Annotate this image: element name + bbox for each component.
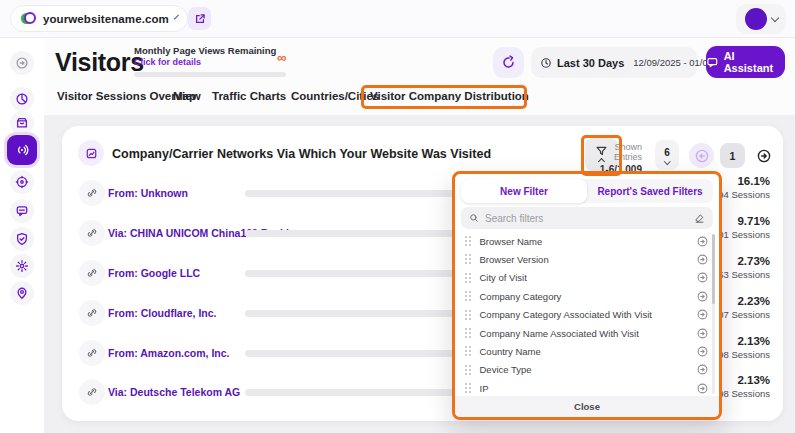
- network-label[interactable]: From: Google LLC: [108, 267, 200, 279]
- drag-handle-icon[interactable]: [465, 254, 472, 265]
- page-title: Visitors: [55, 48, 144, 77]
- drag-handle-icon[interactable]: [465, 328, 472, 339]
- filter-item-company-name-associated[interactable]: Company Name Associated With Visit: [455, 324, 719, 342]
- tab-map[interactable]: Map: [173, 90, 196, 102]
- date-range-picker[interactable]: Last 30 Days 12/09/2025 - 01/07/2026: [531, 47, 697, 78]
- search-input[interactable]: [485, 213, 688, 224]
- link-icon: [79, 379, 105, 405]
- open-site-button[interactable]: [188, 7, 211, 30]
- link-icon: [79, 220, 105, 246]
- ai-assistant-button[interactable]: AI Assistant: [706, 46, 785, 78]
- apply-filter-arrow-icon[interactable]: [696, 235, 709, 248]
- ai-assistant-label: AI Assistant: [724, 50, 785, 74]
- current-page[interactable]: 1: [720, 143, 745, 168]
- arrow-left-circle-icon: [694, 148, 710, 164]
- site-selector[interactable]: yourwebsitename.com: [10, 5, 188, 32]
- chat-icon: [706, 56, 719, 69]
- avatar: [745, 8, 767, 30]
- network-label[interactable]: From: Cloudflare, Inc.: [108, 307, 217, 319]
- filter-item-country-name[interactable]: Country Name: [455, 342, 719, 360]
- filter-item-browser-name[interactable]: Browser Name: [455, 232, 719, 250]
- apply-filter-arrow-icon[interactable]: [696, 345, 709, 358]
- feedback-chat-icon[interactable]: [10, 199, 34, 223]
- heatmap-target-icon[interactable]: [10, 170, 34, 194]
- filter-item-company-category[interactable]: Company Category: [455, 287, 719, 305]
- close-button[interactable]: Close: [455, 396, 719, 417]
- tab-visitor-company-distribution[interactable]: Visitor Company Distribution: [370, 90, 529, 102]
- drag-handle-icon[interactable]: [465, 310, 472, 321]
- drag-handle-icon[interactable]: [465, 291, 472, 302]
- apply-filter-arrow-icon[interactable]: [696, 253, 709, 266]
- report-icon: [78, 140, 104, 166]
- filter-search[interactable]: [461, 207, 713, 229]
- drag-handle-icon[interactable]: [465, 273, 472, 284]
- clear-filters-eraser-icon[interactable]: [694, 213, 705, 224]
- page-size-select[interactable]: 6: [655, 140, 679, 170]
- security-shield-icon[interactable]: [10, 227, 34, 251]
- clock-icon: [540, 57, 552, 69]
- collapse-panel-icon[interactable]: [10, 51, 34, 75]
- chevron-down-icon: [664, 158, 670, 164]
- arrow-right-circle-icon: [756, 148, 772, 164]
- external-link-icon: [194, 13, 206, 25]
- tab-new-filter[interactable]: New Filter: [461, 179, 587, 203]
- tab-countries-cities[interactable]: Countries/Cities: [291, 90, 379, 102]
- network-label[interactable]: From: Amazon.com, Inc.: [108, 347, 230, 359]
- drag-handle-icon[interactable]: [465, 346, 472, 357]
- link-icon: [79, 260, 105, 286]
- filter-item-ip[interactable]: IP: [455, 379, 719, 397]
- settings-gear-icon[interactable]: [10, 254, 34, 278]
- link-icon: [79, 300, 105, 326]
- link-icon: [79, 340, 105, 366]
- quota-details-link[interactable]: Click for details: [134, 57, 294, 67]
- filter-item-browser-version[interactable]: Browser Version: [455, 250, 719, 268]
- filter-list-scrollbar[interactable]: [712, 234, 715, 394]
- user-menu[interactable]: [736, 4, 786, 34]
- range-label: Last 30 Days: [557, 57, 624, 69]
- apply-filter-arrow-icon[interactable]: [696, 271, 709, 284]
- location-pin-icon[interactable]: [10, 281, 34, 305]
- filter-tabs: New Filter Report's Saved Filters: [461, 179, 713, 203]
- top-bar: yourwebsitename.com: [0, 0, 795, 38]
- chevron-down-icon: [770, 13, 778, 21]
- drag-handle-icon[interactable]: [465, 236, 472, 247]
- apply-filter-arrow-icon[interactable]: [696, 363, 709, 376]
- apply-filter-arrow-icon[interactable]: [696, 308, 709, 321]
- refresh-button[interactable]: [493, 47, 524, 78]
- visitors-radar-icon[interactable]: [7, 135, 37, 165]
- quota-progress-bar: [134, 72, 286, 77]
- network-label[interactable]: From: Unknown: [108, 187, 188, 199]
- bar-track: [245, 270, 457, 277]
- search-icon: [469, 213, 479, 223]
- filter-item-city-of-visit[interactable]: City of Visit: [455, 269, 719, 287]
- analytics-pie-icon[interactable]: [10, 87, 34, 111]
- chevron-down-icon: [174, 14, 179, 19]
- apply-filter-arrow-icon[interactable]: [696, 327, 709, 340]
- filter-list: Browser Name Browser Version City of Vis…: [455, 232, 719, 398]
- app-window: yourwebsitename.com Visitors Monthly Pag…: [0, 0, 795, 433]
- tab-reports-saved-filters[interactable]: Report's Saved Filters: [587, 179, 713, 203]
- bar-track: [245, 310, 457, 317]
- apply-filter-arrow-icon[interactable]: [696, 290, 709, 303]
- link-icon: [79, 180, 105, 206]
- prev-page-button[interactable]: [689, 143, 714, 168]
- quota-label: Monthly Page Views Remaining: [134, 45, 294, 56]
- apply-filter-arrow-icon[interactable]: [696, 382, 709, 395]
- bar-track: [245, 190, 457, 197]
- drag-handle-icon[interactable]: [465, 383, 472, 394]
- orders-box-icon[interactable]: [10, 111, 34, 135]
- next-page-button[interactable]: [751, 143, 776, 168]
- bar-track: [245, 230, 457, 237]
- filter-dropdown: New Filter Report's Saved Filters Browse…: [452, 171, 722, 420]
- drag-handle-icon[interactable]: [465, 365, 472, 376]
- bar-track: [245, 389, 457, 396]
- page-size-value: 6: [664, 147, 670, 158]
- panel-title: Company/Carrier Networks Via Which Your …: [112, 147, 491, 161]
- sidebar: [0, 38, 44, 433]
- network-label[interactable]: Via: Deutsche Telekom AG: [108, 386, 240, 398]
- tab-traffic-charts[interactable]: Traffic Charts: [212, 90, 286, 102]
- infinity-icon: ∞: [277, 50, 286, 65]
- filter-item-device-type[interactable]: Device Type: [455, 361, 719, 379]
- filter-item-company-category-associated[interactable]: Company Category Associated With Visit: [455, 306, 719, 324]
- shown-entries-label: Shown Entries: [592, 142, 642, 162]
